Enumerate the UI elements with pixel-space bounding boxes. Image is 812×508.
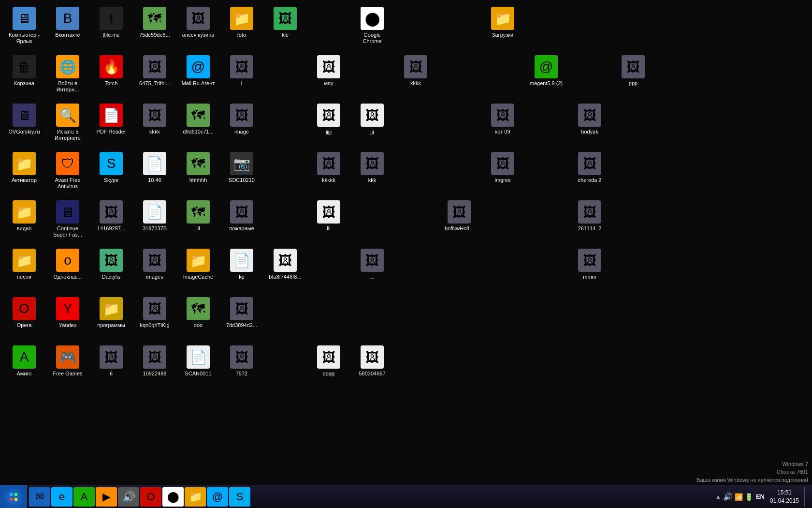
desktop-icon-recycle[interactable]: 🗑Корзина xyxy=(5,53,44,89)
desktop-icon-ovg[interactable]: 🖥OVGorskiy.ru xyxy=(5,102,44,137)
desktop-icon-imgres[interactable]: 🖼imgres xyxy=(483,150,522,185)
taskbar-icon-skype-tb[interactable]: S xyxy=(229,487,250,507)
desktop-icon-chereda2[interactable]: 🖼chereda 2 xyxy=(570,150,609,185)
desktop-icon-d9d[interactable]: 🗺d9d610c71... xyxy=(179,102,218,137)
icon-label-kot09: кот 09 xyxy=(495,129,510,135)
desktop-icon-1046[interactable]: 📄10.46 xyxy=(135,150,174,185)
icon-image-1046: 📄 xyxy=(143,152,166,175)
desktop-icon-dactylis[interactable]: 🖼Dactylis xyxy=(92,247,130,282)
desktop-icon-7572[interactable]: 🖼7572 xyxy=(222,344,261,379)
tray-volume[interactable]: 🔊 xyxy=(723,492,733,501)
desktop-icon-map1[interactable]: 🗺75dc59de8... xyxy=(135,5,174,40)
show-desktop-button[interactable] xyxy=(804,487,808,507)
desktop-icon-lll2[interactable]: 🖼lll xyxy=(309,198,348,234)
taskbar-icon-volume[interactable]: 🔊 xyxy=(118,487,139,507)
desktop-icon-skype[interactable]: SSkype xyxy=(92,150,130,185)
taskbar-icon-ie[interactable]: e xyxy=(51,487,72,507)
icon-image-pozharnie: 🖼 xyxy=(230,200,253,224)
desktop-icon-i[interactable]: 🖼i xyxy=(222,53,261,89)
icon-image-search: 🔍 xyxy=(56,104,79,127)
desktop-icon-pdf[interactable]: 📄PDF Reader xyxy=(92,102,130,137)
desktop-icon-video[interactable]: 📁видио xyxy=(5,198,44,234)
desktop-icon-activator[interactable]: 📁Активатор xyxy=(5,150,44,185)
tray-arrow[interactable]: ▲ xyxy=(715,493,721,500)
desktop-icon-freegames[interactable]: 🎮Free Games xyxy=(48,344,87,379)
desktop-icon-261114[interactable]: 🖼261114_2 xyxy=(570,198,609,234)
desktop-icon-imagecache[interactable]: 📁ImageCache xyxy=(179,247,218,282)
desktop-icon-pozharnie[interactable]: 🖼пожарные xyxy=(222,198,261,234)
desktop-icon-computer[interactable]: 🖥Компьютер - Ярлык xyxy=(5,5,44,46)
desktop-icon-downloads[interactable]: 📁Загрузки xyxy=(483,5,522,40)
desktop-icon-kle[interactable]: 🖼kle xyxy=(266,5,304,40)
desktop-icon-torch[interactable]: 🔥Torch xyxy=(92,53,130,89)
desktop-icon-kqn0qh[interactable]: 🖼kqn0qhTlKlg xyxy=(135,295,174,330)
taskbar-icon-player[interactable]: ▶ xyxy=(96,487,117,507)
desktop-icon-580304667[interactable]: 🖼580304667 xyxy=(353,344,392,379)
desktop-icon-amigo[interactable]: AАмиго xyxy=(5,344,44,379)
desktop-icon-myu[interactable]: 🖼мяу xyxy=(309,53,348,89)
desktop-icon-kkkk2[interactable]: 🖼kkkk xyxy=(396,53,435,89)
desktop-icon-foto[interactable]: 📁foto xyxy=(222,5,261,40)
desktop-icon-hhhhhh[interactable]: 🗺hhhhhh xyxy=(179,150,218,185)
desktop-icon-kot09[interactable]: 🖼кот 09 xyxy=(483,102,522,137)
desktop-icon-sdc10210[interactable]: 📷SDC10210 xyxy=(222,150,261,185)
taskbar-right: ▲ 🔊 📶 🔋 EN 15:51 01.04.2015 xyxy=(711,485,812,508)
desktop-icon-trifo[interactable]: 🖼6475_Trifol... xyxy=(135,53,174,89)
desktop-icon-3197237b[interactable]: 📄3197237B xyxy=(135,198,174,234)
desktop-icon-ooo[interactable]: 🗺ooo xyxy=(179,295,218,330)
icon-image-imgres: 🖼 xyxy=(491,152,514,175)
desktop-icon-bodyak[interactable]: 🖼bodyak xyxy=(570,102,609,137)
tray-battery[interactable]: 🔋 xyxy=(745,493,753,501)
desktop-icon-photo1[interactable]: 🖼олеся кузина xyxy=(179,5,218,40)
desktop-icon-loginbrowser[interactable]: 🌐Войти в Интерн... xyxy=(48,53,87,95)
desktop-icon-kkkkk[interactable]: 🖼kkkkk xyxy=(309,150,348,185)
desktop-icon-search[interactable]: 🔍Искать в Интернете xyxy=(48,102,87,143)
desktop-icon-images[interactable]: 🖼images xyxy=(135,247,174,282)
taskbar-icon-antivirus[interactable]: A xyxy=(73,487,95,507)
desktop-icon-dots[interactable]: 🖼... xyxy=(353,247,392,282)
desktop-icon-avast[interactable]: 🛡Avast Free Antivirus xyxy=(48,150,87,192)
desktop-icon-10922488[interactable]: 🖼10922488 xyxy=(135,344,174,379)
desktop-icon-kkk[interactable]: 🖼kkk xyxy=(353,150,392,185)
desktop-icon-6[interactable]: 🖼6 xyxy=(92,344,130,379)
icon-label-pesni: песни xyxy=(17,274,31,280)
desktop-icon-lll[interactable]: 🗺lll xyxy=(179,198,218,234)
desktop-icon-magent[interactable]: @magent5.9 (2) xyxy=(527,53,566,89)
lang-indicator[interactable]: EN xyxy=(756,493,765,500)
desktop-icon-ppp[interactable]: 🖼ppp xyxy=(614,53,652,89)
clock-area[interactable]: 15:51 01.04.2015 xyxy=(768,489,801,505)
desktop-icon-14169[interactable]: 🖼14169297... xyxy=(92,198,130,234)
start-button[interactable] xyxy=(0,485,27,508)
desktop-icon-tfile[interactable]: ttfile.me xyxy=(92,5,130,40)
taskbar-icon-mailru-tb[interactable]: @ xyxy=(207,487,228,507)
desktop-icon-qqqq[interactable]: 🖼qqqq xyxy=(309,344,348,379)
desktop-icon-chrome[interactable]: ⬤Google Chrome xyxy=(353,5,392,46)
desktop-icon-7dd3894d2[interactable]: 🖼7dd3894d2... xyxy=(222,295,261,330)
desktop-icon-continue[interactable]: 🖥Continue Super Fas... xyxy=(48,198,87,240)
desktop-icon-bofnwhc8[interactable]: 🖼bofNwHc8... xyxy=(440,198,478,234)
desktop-icon-pesni[interactable]: 📁песни xyxy=(5,247,44,282)
icon-label-mmm: mmm xyxy=(583,274,596,280)
taskbar-icon-mail[interactable]: ✉ xyxy=(29,487,50,507)
taskbar-icon-opera-tb[interactable]: O xyxy=(140,487,161,507)
tray-network[interactable]: 📶 xyxy=(735,493,743,501)
taskbar-icon-chrome-tb[interactable]: ⬤ xyxy=(162,487,184,507)
desktop-icon-scan0011[interactable]: 📄SCAN0011 xyxy=(179,344,218,379)
desktop-icon-bfa8f[interactable]: 🖼bfa8f7448f8... xyxy=(266,247,304,282)
icon-label-lll: lll xyxy=(196,225,200,232)
svg-rect-1 xyxy=(10,493,13,496)
desktop-icon-jjjjj[interactable]: 🖼jjjjj xyxy=(309,102,348,137)
desktop-icon-jjj[interactable]: 🖼jjj xyxy=(353,102,392,137)
desktop-icon-mmm[interactable]: 🖼mmm xyxy=(570,247,609,282)
desktop-icon-opera[interactable]: OOpera xyxy=(5,295,44,330)
desktop-icon-kp[interactable]: 📄kp xyxy=(222,247,261,282)
desktop-icon-programs[interactable]: 📁программы xyxy=(92,295,130,330)
icon-label-freegames: Free Games xyxy=(53,371,82,377)
taskbar-icon-folder-tb[interactable]: 📁 xyxy=(185,487,206,507)
desktop-icon-mailru[interactable]: @Mail.Ru Агент xyxy=(179,53,218,89)
desktop-icon-odnoklassniki[interactable]: оОдноклас... xyxy=(48,247,87,282)
desktop-icon-image[interactable]: 🖼image xyxy=(222,102,261,137)
desktop-icon-kkkk[interactable]: 🖼kkkk xyxy=(135,102,174,137)
desktop-icon-vk[interactable]: ВВконтакте xyxy=(48,5,87,40)
desktop-icon-yandex[interactable]: YYandex xyxy=(48,295,87,330)
